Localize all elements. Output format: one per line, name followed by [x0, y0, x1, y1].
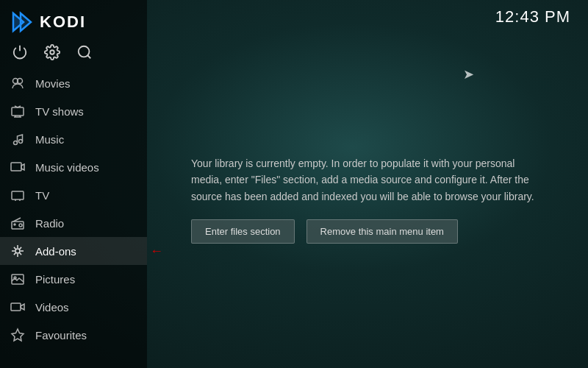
sidebar-item-tv[interactable]: TV [0, 181, 147, 209]
sidebar-item-addons[interactable]: Add-ons ← [0, 237, 147, 265]
svg-marker-3 [21, 13, 31, 31]
favourites-icon [10, 328, 25, 342]
videos-icon [10, 300, 25, 314]
svg-point-14 [19, 224, 22, 227]
sidebar-item-movies[interactable]: Movies [0, 69, 147, 97]
pictures-icon [10, 272, 25, 286]
tv-icon [10, 188, 25, 202]
pictures-label: Pictures [35, 273, 75, 286]
red-arrow-indicator: ← [150, 244, 163, 258]
app-title: KODI [40, 13, 86, 32]
musicvideos-label: Music videos [35, 161, 99, 174]
radio-label: Radio [35, 217, 64, 230]
movies-icon [10, 76, 25, 91]
sidebar-item-tvshows[interactable]: TV shows [0, 97, 147, 125]
enter-files-button[interactable]: Enter files section [191, 219, 295, 244]
nav-items: Movies TV shows Music [0, 69, 147, 368]
svg-rect-19 [11, 303, 21, 311]
kodi-logo-icon [10, 10, 34, 34]
search-button[interactable] [76, 44, 93, 60]
svg-point-16 [15, 249, 20, 253]
favourites-label: Favourites [35, 329, 87, 342]
radio-icon [10, 216, 25, 230]
addons-icon [10, 244, 25, 258]
sidebar-item-radio[interactable]: Radio [0, 209, 147, 237]
svg-point-5 [79, 46, 90, 57]
sidebar: KODI [0, 0, 147, 368]
button-row: Enter files section Remove this main men… [191, 219, 544, 244]
music-label: Music [35, 133, 64, 146]
settings-button[interactable] [44, 44, 60, 60]
top-bar: 12:43 PM [147, 0, 588, 31]
tv-label: TV [35, 189, 49, 202]
videos-label: Videos [35, 301, 69, 314]
icon-toolbar [0, 41, 147, 69]
addons-label: Add-ons [35, 245, 76, 258]
main-content: 12:43 PM Your library is currently empty… [147, 0, 588, 368]
svg-rect-8 [12, 107, 24, 116]
sidebar-item-favourites[interactable]: Favourites [0, 321, 147, 349]
sidebar-item-musicvideos[interactable]: Music videos [0, 153, 147, 181]
tvshows-label: TV shows [35, 105, 84, 118]
svg-point-4 [50, 50, 54, 54]
kodi-logo: KODI [0, 0, 147, 41]
power-button[interactable] [12, 44, 28, 60]
sidebar-item-pictures[interactable]: Pictures [0, 265, 147, 293]
svg-marker-20 [12, 329, 24, 341]
center-area: Your library is currently empty. In orde… [147, 31, 588, 368]
svg-rect-11 [11, 163, 21, 171]
svg-rect-12 [12, 191, 24, 199]
remove-menu-item-button[interactable]: Remove this main menu item [306, 219, 458, 244]
music-icon [10, 132, 25, 146]
clock: 12:43 PM [495, 7, 570, 26]
sidebar-item-music[interactable]: Music [0, 125, 147, 153]
svg-point-15 [14, 224, 15, 225]
musicvideos-icon [10, 160, 25, 174]
library-empty-card: Your library is currently empty. In orde… [191, 155, 544, 244]
tvshows-icon [10, 104, 25, 118]
library-message: Your library is currently empty. In orde… [191, 155, 544, 205]
sidebar-item-videos[interactable]: Videos [0, 293, 147, 321]
movies-label: Movies [35, 77, 71, 90]
